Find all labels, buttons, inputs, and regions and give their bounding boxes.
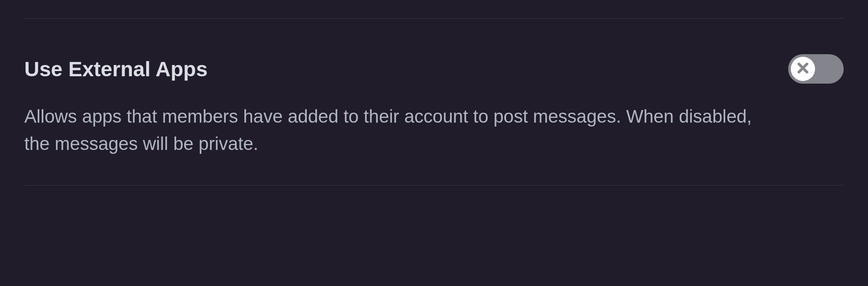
setting-description: Allows apps that members have added to t… [24,103,771,157]
close-icon [796,61,810,77]
setting-title: Use External Apps [24,57,771,82]
divider [24,185,844,185]
toggle-knob [791,57,815,81]
setting-text-block: Use External Apps Allows apps that membe… [24,57,788,157]
toggle-external-apps[interactable] [788,54,844,84]
settings-section: Use External Apps Allows apps that membe… [0,18,868,185]
setting-row-external-apps: Use External Apps Allows apps that membe… [24,19,844,157]
